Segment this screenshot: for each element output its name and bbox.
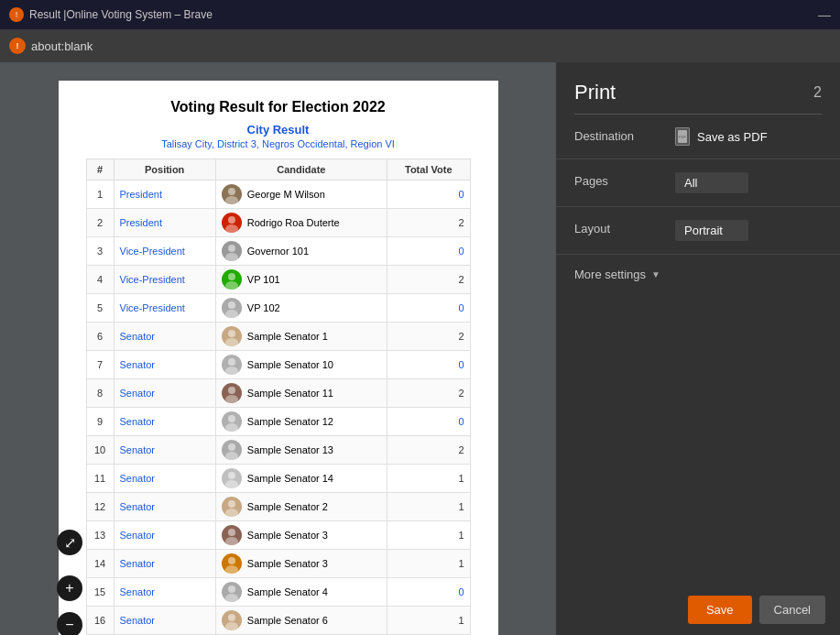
cancel-button[interactable]: Cancel <box>759 596 825 624</box>
row-candidate: Sample Senator 2 <box>215 493 387 521</box>
row-num: 3 <box>86 237 114 266</box>
expand-button[interactable]: ⤢ <box>57 530 82 555</box>
pdf-icon: PDF <box>675 127 690 146</box>
svg-point-23 <box>225 509 238 517</box>
expand-icon: ⤢ <box>64 534 76 552</box>
row-votes: 0 <box>387 578 470 607</box>
row-candidate: Sample Senator 1 <box>215 323 387 351</box>
row-position: President <box>114 209 215 237</box>
row-candidate: Sample Senator 14 <box>215 465 387 493</box>
row-num: 11 <box>86 465 114 493</box>
row-votes: 0 <box>387 408 470 436</box>
title-bar: ! Result |Online Voting System – Brave — <box>0 0 840 29</box>
row-position: Senator <box>114 436 215 465</box>
table-row: 6 Senator Sample Senator 1 2 <box>86 323 470 351</box>
row-position: Senator <box>114 550 215 578</box>
svg-point-9 <box>225 310 238 318</box>
table-row: 10 Senator Sample Senator 13 2 <box>86 436 470 465</box>
row-position: Senator <box>114 408 215 436</box>
table-row: 5 Vice-President VP 102 0 <box>86 294 470 323</box>
row-votes: 2 <box>387 266 470 294</box>
table-row: 4 Vice-President VP 101 2 <box>86 266 470 294</box>
svg-point-26 <box>228 557 235 564</box>
table-row: 12 Senator Sample Senator 2 1 <box>86 493 470 521</box>
row-num: 14 <box>86 550 114 578</box>
candidate-name: Sample Senator 12 <box>247 416 333 427</box>
row-votes: 2 <box>387 323 470 351</box>
row-num: 16 <box>86 607 114 635</box>
row-num: 7 <box>86 351 114 379</box>
security-icon: ! <box>9 38 26 54</box>
table-row: 8 Senator Sample Senator 11 2 <box>86 379 470 408</box>
svg-point-19 <box>225 452 238 460</box>
avatar <box>222 269 242 290</box>
row-candidate: Sample Senator 6 <box>215 607 387 635</box>
col-header-num: # <box>86 159 114 181</box>
row-candidate: Sample Senator 3 <box>215 550 387 578</box>
save-button[interactable]: Save <box>688 596 752 624</box>
row-position: Senator <box>114 578 215 607</box>
destination-value[interactable]: PDF Save as PDF <box>675 127 822 146</box>
settings-header: Print 2 <box>556 62 840 114</box>
candidate-name: Sample Senator 2 <box>247 501 328 512</box>
row-candidate: Rodrigo Roa Duterte <box>215 209 387 237</box>
row-position: Senator <box>114 465 215 493</box>
svg-point-24 <box>228 529 235 536</box>
row-num: 6 <box>86 323 114 351</box>
row-position: Senator <box>114 323 215 351</box>
candidate-name: Sample Senator 3 <box>247 558 328 569</box>
candidate-name: Sample Senator 6 <box>247 615 328 626</box>
close-button[interactable]: — <box>818 7 831 22</box>
svg-point-0 <box>228 188 235 195</box>
document-location: Talisay City, District 3, Negros Occiden… <box>86 138 471 149</box>
row-votes: 0 <box>387 237 470 266</box>
chevron-down-icon: ▼ <box>651 269 660 279</box>
more-settings-label: More settings <box>574 268 646 281</box>
url-text: about:blank <box>31 39 93 53</box>
candidate-name: Sample Senator 14 <box>247 473 333 484</box>
candidate-name: Rodrigo Roa Duterte <box>247 217 340 228</box>
svg-point-15 <box>225 395 238 403</box>
candidate-name: Sample Senator 13 <box>247 444 333 455</box>
print-settings: Print 2 Destination PDF Save as PDF Page… <box>556 62 840 635</box>
zoom-out-button[interactable]: − <box>57 612 82 635</box>
more-settings-button[interactable]: More settings ▼ <box>556 255 840 294</box>
pages-value[interactable]: All <box>675 172 822 193</box>
candidate-name: Sample Senator 3 <box>247 530 328 541</box>
candidate-name: VP 101 <box>247 274 280 285</box>
print-preview[interactable]: ⤢ + − Voting Result for Election 2022 Ci… <box>0 62 556 635</box>
pages-label: Pages <box>574 172 675 188</box>
svg-point-7 <box>225 281 238 290</box>
row-votes: 1 <box>387 607 470 635</box>
row-candidate: Sample Senator 12 <box>215 408 387 436</box>
zoom-in-button[interactable]: + <box>57 575 82 601</box>
svg-point-12 <box>228 358 235 366</box>
row-num: 15 <box>86 578 114 607</box>
svg-point-20 <box>228 472 235 479</box>
svg-point-27 <box>225 565 238 574</box>
table-row: 11 Senator Sample Senator 14 1 <box>86 465 470 493</box>
row-candidate: Sample Senator 4 <box>215 578 387 607</box>
address-bar: ! about:blank <box>0 29 840 62</box>
document: Voting Result for Election 2022 City Res… <box>59 81 498 635</box>
candidate-name: Sample Senator 1 <box>247 331 328 342</box>
layout-value[interactable]: Portrait <box>675 220 822 241</box>
layout-row: Layout Portrait <box>556 207 840 255</box>
row-num: 12 <box>86 493 114 521</box>
svg-point-25 <box>225 537 238 545</box>
svg-point-30 <box>228 614 235 621</box>
table-row: 9 Senator Sample Senator 12 0 <box>86 408 470 436</box>
row-position: President <box>114 181 215 209</box>
row-votes: 2 <box>387 379 470 408</box>
candidate-name: George M Wilson <box>247 189 325 200</box>
svg-point-8 <box>228 301 235 309</box>
row-num: 2 <box>86 209 114 237</box>
main-content: ⤢ + − Voting Result for Election 2022 Ci… <box>0 62 840 635</box>
row-candidate: Sample Senator 11 <box>215 379 387 408</box>
candidate-name: Sample Senator 4 <box>247 586 328 597</box>
row-votes: 1 <box>387 465 470 493</box>
svg-point-4 <box>228 245 235 252</box>
avatar <box>222 241 242 261</box>
row-candidate: Sample Senator 3 <box>215 521 387 550</box>
candidate-name: Governor 101 <box>247 246 309 257</box>
